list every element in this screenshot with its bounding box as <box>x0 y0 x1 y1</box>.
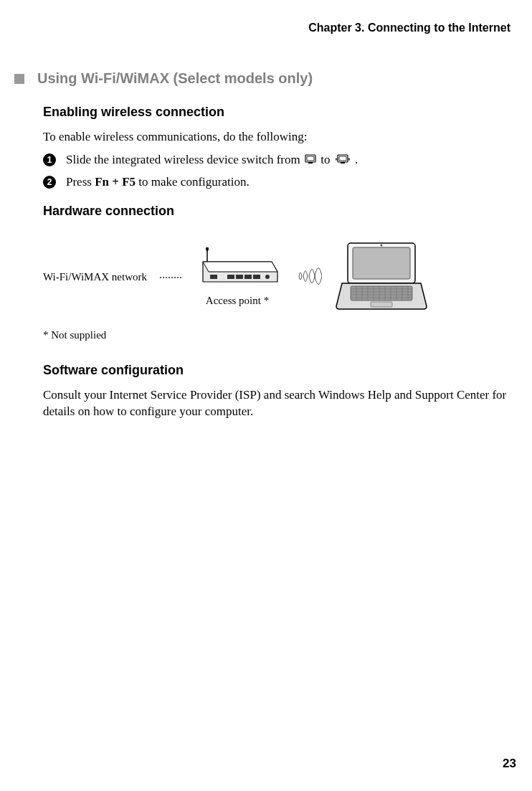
content-block: Enabling wireless connection To enable w… <box>14 105 518 420</box>
step-number-icon: 1 <box>43 153 56 166</box>
step-2-kbd: Fn + F5 <box>95 175 136 189</box>
step-number-icon: 2 <box>43 176 56 189</box>
access-point-caption: Access point * <box>206 295 269 307</box>
enabling-heading: Enabling wireless connection <box>43 105 518 120</box>
hardware-diagram: Wi-Fi/WiMAX network Access point * <box>43 240 518 315</box>
svg-rect-9 <box>227 275 234 279</box>
step-1: 1 Slide the integrated wireless device s… <box>43 151 518 169</box>
svg-rect-17 <box>351 286 412 300</box>
section-title-row: Using Wi-Fi/WiMAX (Select models only) <box>14 70 518 87</box>
access-point-icon <box>194 247 280 292</box>
svg-rect-8 <box>210 275 217 279</box>
svg-rect-12 <box>253 275 260 279</box>
step-2-text: Press Fn + F5 to make configuration. <box>66 174 250 191</box>
connection-dotted-line-icon <box>160 277 181 278</box>
step-2-post: to make configuration. <box>138 175 249 189</box>
wireless-signal-icon <box>293 258 322 297</box>
wireless-on-icon <box>335 152 351 169</box>
svg-point-16 <box>381 244 383 246</box>
step-2: 2 Press Fn + F5 to make configuration. <box>43 174 518 191</box>
svg-rect-5 <box>341 162 345 164</box>
software-heading: Software configuration <box>43 363 518 378</box>
svg-rect-10 <box>236 275 243 279</box>
step-1-mid: to <box>320 153 333 166</box>
hardware-footnote: * Not supplied <box>43 329 518 341</box>
step-1-post: . <box>355 153 358 166</box>
step-1-pre: Slide the integrated wireless device swi… <box>66 153 303 166</box>
section-title: Using Wi-Fi/WiMAX (Select models only) <box>37 70 313 87</box>
svg-rect-2 <box>308 162 313 164</box>
network-label: Wi-Fi/WiMAX network <box>43 271 147 283</box>
laptop-icon <box>335 240 428 315</box>
wireless-off-icon <box>305 152 316 169</box>
svg-rect-11 <box>244 275 252 279</box>
access-point-block: Access point * <box>194 247 280 307</box>
hardware-heading: Hardware connection <box>43 204 518 219</box>
chapter-header: Chapter 3. Connecting to the Internet <box>14 22 518 34</box>
svg-rect-4 <box>339 156 346 161</box>
svg-point-7 <box>206 247 209 251</box>
step-2-pre: Press <box>66 175 95 189</box>
svg-rect-1 <box>307 156 314 161</box>
enabling-intro: To enable wireless communications, do th… <box>43 128 518 146</box>
svg-point-13 <box>265 275 270 279</box>
step-1-text: Slide the integrated wireless device swi… <box>66 151 358 169</box>
page-number: 23 <box>503 757 516 771</box>
software-body: Consult your Internet Service Provider (… <box>43 387 518 421</box>
svg-rect-15 <box>353 247 410 279</box>
section-bullet-icon <box>14 74 24 84</box>
svg-rect-32 <box>371 302 392 307</box>
